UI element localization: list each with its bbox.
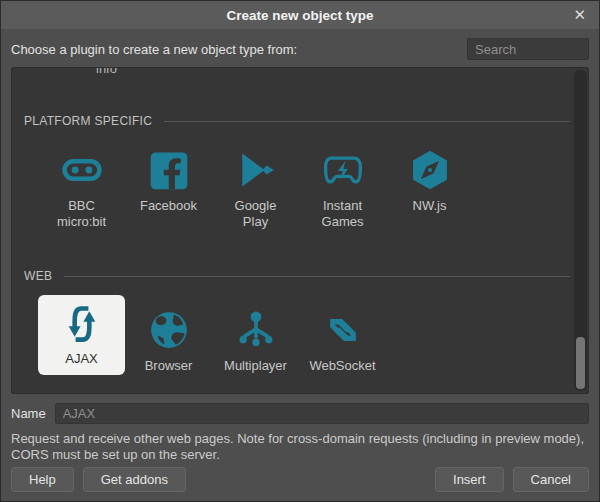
- plugin-item-instant-games[interactable]: Instant Games: [299, 148, 386, 230]
- get-addons-button[interactable]: Get addons: [83, 467, 186, 492]
- plugin-item-label: Instant Games: [311, 198, 375, 230]
- section-header-web: WEB: [24, 269, 570, 283]
- titlebar: Create new object type ✕: [1, 1, 599, 29]
- plugin-item-browser[interactable]: Browser: [125, 308, 212, 375]
- name-row: Name: [11, 403, 589, 424]
- plugin-item-nwjs[interactable]: NW.js: [386, 148, 473, 230]
- ajax-icon: [60, 302, 104, 346]
- scrollbar-thumb[interactable]: [576, 337, 585, 389]
- section-divider: [164, 121, 570, 122]
- nwjs-icon: [408, 148, 452, 192]
- close-icon[interactable]: ✕: [569, 1, 590, 29]
- section-label: PLATFORM SPECIFIC: [24, 114, 152, 128]
- web-items: AJAX Browser Multiplayer WebSocket: [38, 295, 386, 375]
- plugin-item-google-play[interactable]: Google Play: [212, 148, 299, 230]
- prompt-row: Choose a plugin to create a new object t…: [11, 38, 589, 60]
- footer-right-buttons: Insert Cancel: [435, 467, 589, 492]
- help-button[interactable]: Help: [11, 467, 74, 492]
- section-divider: [64, 276, 570, 277]
- insert-button[interactable]: Insert: [435, 467, 504, 492]
- plugin-list[interactable]: info PLATFORM SPECIFIC BBC micro:bit Fac…: [11, 67, 589, 394]
- instant-games-icon: [321, 148, 365, 192]
- create-object-type-dialog: Create new object type ✕ Choose a plugin…: [0, 0, 600, 502]
- section-header-platform-specific: PLATFORM SPECIFIC: [24, 114, 570, 128]
- google-play-icon: [234, 148, 278, 192]
- name-input[interactable]: [55, 403, 589, 424]
- section-label: WEB: [24, 269, 52, 283]
- plugin-description: Request and receive other web pages. Not…: [11, 431, 589, 462]
- search-input[interactable]: [467, 38, 589, 60]
- plugin-item-label: AJAX: [65, 351, 98, 367]
- name-label: Name: [11, 406, 46, 421]
- browser-icon: [147, 308, 191, 352]
- clipped-plugin-label: info: [96, 67, 117, 76]
- bbc-microbit-icon: [60, 148, 104, 192]
- choose-plugin-label: Choose a plugin to create a new object t…: [11, 42, 297, 57]
- footer: Help Get addons Insert Cancel: [11, 467, 589, 492]
- platform-specific-items: BBC micro:bit Facebook Google Play Insta…: [38, 148, 473, 230]
- cancel-button[interactable]: Cancel: [513, 467, 589, 492]
- websocket-icon: [321, 308, 365, 352]
- plugin-item-ajax[interactable]: AJAX: [38, 295, 125, 375]
- scrollbar[interactable]: [574, 70, 587, 391]
- plugin-item-label: WebSocket: [309, 358, 375, 374]
- plugin-item-label: Multiplayer: [224, 358, 287, 374]
- plugin-item-bbc-microbit[interactable]: BBC micro:bit: [38, 148, 125, 230]
- plugin-item-websocket[interactable]: WebSocket: [299, 308, 386, 375]
- plugin-item-multiplayer[interactable]: Multiplayer: [212, 308, 299, 375]
- plugin-item-facebook[interactable]: Facebook: [125, 148, 212, 230]
- footer-left-buttons: Help Get addons: [11, 467, 186, 492]
- multiplayer-icon: [234, 308, 278, 352]
- plugin-item-label: Browser: [145, 358, 193, 374]
- plugin-item-label: NW.js: [413, 198, 447, 214]
- facebook-icon: [147, 148, 191, 192]
- dialog-title: Create new object type: [226, 8, 373, 23]
- plugin-item-label: BBC micro:bit: [50, 198, 114, 230]
- plugin-item-label: Facebook: [140, 198, 197, 214]
- plugin-item-label: Google Play: [224, 198, 288, 230]
